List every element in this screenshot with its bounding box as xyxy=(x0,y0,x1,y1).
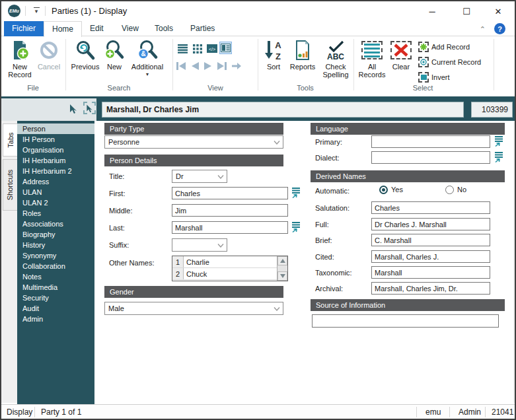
next-record-icon[interactable] xyxy=(203,61,213,71)
new-search-button[interactable]: New xyxy=(102,40,126,71)
current-record-button[interactable]: Current Record xyxy=(418,56,481,68)
sidebar-item-ulan[interactable]: ULAN xyxy=(17,187,94,197)
other-names-row[interactable]: 2 Chuck xyxy=(172,268,277,280)
dialect-field[interactable] xyxy=(371,151,490,164)
salutation-field[interactable]: Charles xyxy=(371,201,490,214)
select-region-icon[interactable] xyxy=(83,102,96,114)
taxonomic-name-field[interactable]: Marshall xyxy=(371,266,490,279)
brief-name-field[interactable]: C. Marshall xyxy=(371,234,490,246)
additional-search-button[interactable]: & Additional ▾ xyxy=(128,40,166,79)
details-view-icon[interactable] xyxy=(219,42,232,54)
first-lookup-icon[interactable] xyxy=(291,188,301,198)
sidebar-item-ih-herbarium-2[interactable]: IH Herbarium 2 xyxy=(17,166,94,176)
sidebar-item-ih-person[interactable]: IH Person xyxy=(17,134,94,145)
radio-unselected-icon xyxy=(445,186,454,194)
title-dropdown[interactable]: Dr xyxy=(172,170,227,183)
menu-tab-view[interactable]: View xyxy=(114,21,147,36)
check-spelling-button[interactable]: ABC Check Spelling xyxy=(319,40,352,79)
sidebar-item-person[interactable]: Person xyxy=(17,123,94,134)
menu-tab-edit[interactable]: Edit xyxy=(82,21,112,36)
group-separator xyxy=(172,39,173,90)
cancel-button[interactable]: Cancel xyxy=(36,40,62,71)
add-record-button[interactable]: Add Record xyxy=(418,41,470,53)
automatic-yes-radio[interactable]: Yes xyxy=(379,186,403,194)
minimize-button[interactable]: ─ xyxy=(418,1,446,21)
add-record-icon xyxy=(418,42,429,52)
middle-name-field[interactable]: Jim xyxy=(172,204,288,217)
suffix-dropdown[interactable] xyxy=(172,238,227,252)
menu-tab-tools[interactable]: Tools xyxy=(147,21,181,36)
sidebar-item-ih-herbarium[interactable]: IH Herbarium xyxy=(17,155,94,166)
side-tab-tabs[interactable]: Tabs xyxy=(3,123,17,157)
dialect-lookup-icon[interactable] xyxy=(494,152,504,162)
collapse-ribbon-icon[interactable]: ⌃ xyxy=(480,25,486,34)
automatic-no-radio[interactable]: No xyxy=(445,186,466,194)
app-icon[interactable]: EMu xyxy=(8,5,20,17)
goto-record-icon[interactable] xyxy=(231,61,242,71)
list-view-icon[interactable] xyxy=(176,42,189,55)
sidebar-item-security[interactable]: Security xyxy=(17,293,94,303)
previous-record-icon[interactable] xyxy=(190,61,200,71)
first-name-field[interactable]: Charles xyxy=(172,187,288,199)
new-search-icon xyxy=(104,40,125,61)
additional-dropdown-caret[interactable]: ▾ xyxy=(128,71,166,79)
sidebar-item-organisation[interactable]: Organisation xyxy=(17,145,94,155)
reports-button[interactable]: Reports xyxy=(287,40,318,71)
sidebar-item-audit[interactable]: Audit xyxy=(17,303,94,314)
last-record-icon[interactable] xyxy=(217,61,227,71)
all-records-button[interactable]: All Records xyxy=(357,40,387,79)
suffix-label: Suffix: xyxy=(109,241,129,249)
first-record-icon[interactable] xyxy=(176,61,186,71)
primary-lookup-icon[interactable] xyxy=(494,136,504,147)
sidebar-item-associations[interactable]: Associations xyxy=(17,219,94,229)
cited-name-field[interactable]: Marshall, Charles J. xyxy=(371,250,490,263)
other-names-row[interactable]: 1 Charlie xyxy=(172,256,277,268)
scroll-down-icon[interactable] xyxy=(277,271,287,281)
close-button[interactable]: ✕ xyxy=(484,1,512,21)
select-pointer-icon[interactable] xyxy=(68,102,79,114)
person-form: Party Type Personne Person Details Title… xyxy=(94,121,513,403)
quick-access-caret-icon[interactable]: ▾ xyxy=(32,5,41,15)
other-names-grid: 1 Charlie 2 Chuck xyxy=(172,256,288,281)
sidebar-item-notes[interactable]: Notes xyxy=(17,271,94,282)
last-lookup-icon[interactable] xyxy=(291,222,301,232)
gender-dropdown[interactable]: Male xyxy=(104,302,283,315)
cancel-icon xyxy=(38,40,59,61)
menu-tab-fichier[interactable]: Fichier xyxy=(4,21,44,36)
full-name-field[interactable]: Dr Charles J. Marshall xyxy=(371,218,490,230)
clear-selection-button[interactable]: Clear xyxy=(388,40,414,71)
sidebar-item-admin[interactable]: Admin xyxy=(17,314,94,324)
sidebar-item-collaboration[interactable]: Collaboration xyxy=(17,261,94,271)
page-view-icon[interactable]: </> xyxy=(205,42,218,55)
sidebar-item-history[interactable]: History xyxy=(17,240,94,250)
file-group-label: File xyxy=(7,84,59,92)
last-name-field[interactable]: Marshall xyxy=(172,221,288,234)
all-records-icon xyxy=(361,40,383,61)
record-number-field[interactable]: 103399 xyxy=(471,102,513,118)
grid-view-icon[interactable] xyxy=(191,42,203,55)
menu-tab-home[interactable]: Home xyxy=(44,21,82,37)
primary-language-field[interactable] xyxy=(371,135,490,148)
scroll-up-icon[interactable] xyxy=(277,256,287,265)
side-tab-shortcuts[interactable]: Shortcuts xyxy=(3,159,17,211)
sidebar-item-address[interactable]: Address xyxy=(17,176,94,187)
chevron-down-icon xyxy=(274,307,280,311)
other-names-scrollbar[interactable] xyxy=(277,256,287,281)
taxonomic-name-label: Taxonomic: xyxy=(315,269,352,277)
record-summary-field[interactable]: Marshall, Dr Charles Jim xyxy=(102,102,464,118)
source-of-information-field[interactable] xyxy=(312,314,499,328)
sidebar-item-biography[interactable]: Biography xyxy=(17,229,94,240)
invert-selection-button[interactable]: Invert xyxy=(418,71,450,83)
sort-button[interactable]: A Z Sort xyxy=(261,40,286,71)
party-type-dropdown[interactable]: Personne xyxy=(104,135,283,149)
menu-tab-parties[interactable]: Parties xyxy=(182,21,223,36)
sidebar-item-ulan-2[interactable]: ULAN 2 xyxy=(17,197,94,208)
maximize-button[interactable]: ☐ xyxy=(453,1,480,21)
help-button[interactable]: ? xyxy=(494,23,505,34)
sidebar-item-synonymy[interactable]: Synonymy xyxy=(17,250,94,261)
sidebar-item-roles[interactable]: Roles xyxy=(17,208,94,219)
archival-name-field[interactable]: Marshall, Charles Jim, Dr. xyxy=(371,282,490,295)
new-record-button[interactable]: New Record xyxy=(5,40,34,79)
previous-search-button[interactable]: Previous xyxy=(69,40,102,71)
sidebar-item-multimedia[interactable]: Multimedia xyxy=(17,282,94,293)
